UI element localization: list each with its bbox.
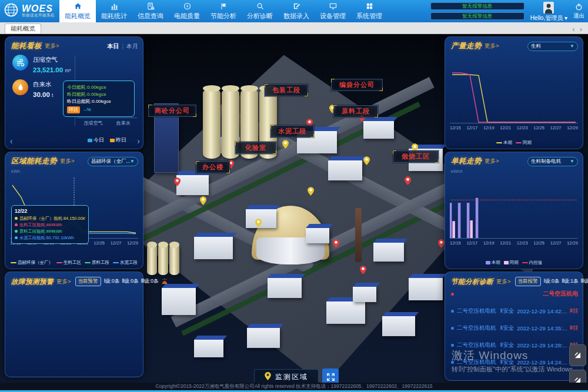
map-pin-icon[interactable] (360, 266, 366, 277)
x-tick-label: 12/27 (550, 240, 562, 246)
x-tick-label: 12/15 (450, 125, 461, 130)
current-alarm-button[interactable]: 当前报警 (515, 277, 541, 286)
alarm-row[interactable]: 二号空压机电机Ⅱ安全2022-12-29 14:42:...时段超限-关... (451, 307, 578, 315)
copyright-bar: Copyright©2015-2022万洲电气股份有限公司All rights … (0, 383, 588, 392)
legend-item[interactable]: 同期 (504, 260, 519, 266)
map-label[interactable]: 商砼分公司 (148, 105, 196, 117)
map-pin-icon[interactable] (438, 239, 445, 250)
logout-button[interactable]: 退出 (573, 3, 584, 20)
device-icon (329, 2, 337, 11)
more-link[interactable]: 更多> (496, 278, 511, 286)
tab-scroll-left-icon[interactable]: ‹ (572, 25, 574, 33)
more-link[interactable]: 更多> (485, 42, 499, 50)
energy-item-unit: m³ (65, 68, 71, 73)
legend-item[interactable]: 本期 (496, 140, 512, 146)
more-link[interactable]: 更多> (56, 278, 71, 286)
panel-region-trend: 区域能耗走势 更多> 昌翮环保（全厂... ▼ kWh 12/1512/1712… (5, 152, 143, 269)
energy-item-name: 压缩空气 (33, 55, 71, 64)
kanban-body: 压缩空气 23,521.00 m³ 自来水 30.00 t (5, 52, 143, 146)
building-block (373, 243, 404, 262)
tooltip-total: 昨日总能耗:0.00kgce (67, 98, 131, 105)
prev-arrow-icon[interactable]: ‹ (10, 137, 13, 145)
stats-icon (111, 2, 118, 11)
building-block (409, 278, 443, 300)
range-day-toggle[interactable]: 本日 (107, 42, 119, 51)
map-label[interactable]: 煅烧工区 (393, 150, 439, 163)
unit-select[interactable]: 生料制备电耗 ▼ (527, 157, 578, 166)
tooltip-row: 生料工区能耗:###kWh (15, 222, 85, 228)
production-select[interactable]: 生料 ▼ (527, 42, 578, 51)
greeting-text[interactable]: Hello,管理员 ▾ (530, 15, 567, 21)
legend-item[interactable]: 今日 (88, 136, 104, 144)
map-label[interactable]: 原料工段 (333, 105, 378, 118)
nav-item-数据录入[interactable]: 数据录入 (278, 0, 315, 22)
legend-item[interactable]: 昨日 (110, 136, 126, 144)
region-select[interactable]: 昌翮环保（全厂... ▼ (88, 157, 138, 166)
nav-item-分析诊断[interactable]: 分析诊断 (242, 0, 278, 22)
alarm-row[interactable]: 二号空压机电机Ⅱ安全2022-12-29 14:28:...时段超限-关... (451, 341, 578, 349)
map-pin-icon[interactable] (363, 156, 370, 167)
chart-legend: 本期同期内控值 (450, 260, 578, 266)
more-link[interactable]: 更多> (60, 158, 75, 165)
energy-item-water[interactable]: 自来水 30.00 t (12, 79, 53, 98)
map-pin-icon[interactable] (333, 239, 339, 250)
map-pin-icon[interactable] (174, 177, 181, 189)
map-label[interactable]: 包装工段 (265, 84, 308, 96)
tab-energy-overview[interactable]: 能耗概览 (5, 24, 41, 33)
map-pin-icon[interactable] (308, 187, 314, 198)
region-tooltip: 12/22 昌翮环保（全厂）能耗:84,150.00kWh生料工区能耗:###k… (11, 205, 89, 244)
alarm-row[interactable]: 二号空压机电机Ⅱ安全2022-12-29 14:35:...时段超限-关... (451, 324, 578, 332)
map-pin-icon[interactable] (282, 140, 289, 151)
nav-item-label: 设备管理 (320, 12, 346, 21)
map-label[interactable]: 办公楼 (196, 161, 230, 173)
energy-item-air[interactable]: 压缩空气 23,521.00 m³ (12, 55, 71, 73)
nav-item-能耗统计[interactable]: 能耗统计 (96, 0, 132, 22)
x-tick-label: 12/25 (533, 125, 544, 130)
nav-item-信息查询[interactable]: 信息查询 (132, 0, 169, 22)
nav-item-能耗概览[interactable]: 能耗概览 (59, 0, 96, 22)
legend-item[interactable]: 水泥工段 (113, 260, 138, 266)
map-pin-icon[interactable] (405, 176, 411, 187)
map-label[interactable]: 编袋分公司 (331, 79, 383, 91)
side-toolbar-button-top[interactable] (569, 344, 586, 366)
x-tick-label: 12/21 (500, 125, 511, 130)
map-label[interactable]: 水泥工段 (270, 125, 314, 138)
legend-item[interactable]: 生料工区 (56, 260, 81, 266)
map-pin-icon[interactable] (255, 219, 262, 230)
x-tick-label: 12/19 (483, 240, 495, 246)
blue-dot-icon (451, 344, 454, 347)
user-block[interactable]: Hello,管理员 ▾ (530, 2, 567, 21)
legend-item[interactable]: 原料工段 (85, 260, 109, 266)
map-label[interactable]: 化验室 (235, 142, 276, 154)
legend-item[interactable]: 内控值 (522, 260, 543, 266)
more-link[interactable]: 更多> (485, 158, 499, 165)
fullscreen-button[interactable] (322, 368, 339, 383)
logo-title: WOES (22, 4, 55, 13)
x-tick-label: 12/23 (517, 125, 528, 130)
legend-item[interactable]: 本期 (486, 260, 500, 266)
unit-chart-body: kWh/t 12/1512/1712/1912/2112/2312/2512/2… (450, 169, 578, 266)
nav-right: 暂无报警信息暂无报警信息 Hello,管理员 ▾ 退出 (430, 0, 588, 22)
map-pin-icon[interactable] (200, 196, 206, 207)
x-tick-label: 12/19 (483, 125, 495, 130)
panel-title: 区域能耗走势 (11, 156, 57, 166)
nav-item-节能分析[interactable]: 节能分析 (205, 0, 242, 22)
current-warning-button[interactable]: 当前预警 (75, 277, 101, 286)
next-arrow-icon[interactable]: › (137, 137, 140, 145)
nav-item-系统管理[interactable]: 系统管理 (351, 0, 387, 22)
more-link[interactable]: 更多> (45, 42, 59, 50)
range-month-toggle[interactable]: 本月 (126, 42, 138, 51)
chart-legend: 本期同期 (450, 140, 578, 146)
monitor-area-button[interactable]: 监测区域 (254, 369, 319, 383)
monitor-area-label: 监测区域 (275, 372, 308, 382)
nav-item-设备管理[interactable]: 设备管理 (315, 0, 351, 22)
red-dot-icon (451, 293, 454, 296)
alarm-row[interactable]: 二号空压机电机Ⅱ安全2022-12-29 14:24:...时段超限-关... (451, 359, 578, 366)
nav-item-label: 能耗统计 (101, 12, 127, 21)
legend-item[interactable]: 昌翮环保（全厂） (11, 260, 53, 266)
level-count: Ⅱ级:1条 (562, 278, 578, 285)
nav-item-电能质量[interactable]: 电能质量 (169, 0, 205, 22)
blue-dot-icon (451, 327, 454, 330)
tab-scroll-right-icon[interactable]: › (580, 25, 582, 33)
legend-item[interactable]: 同期 (516, 140, 532, 146)
